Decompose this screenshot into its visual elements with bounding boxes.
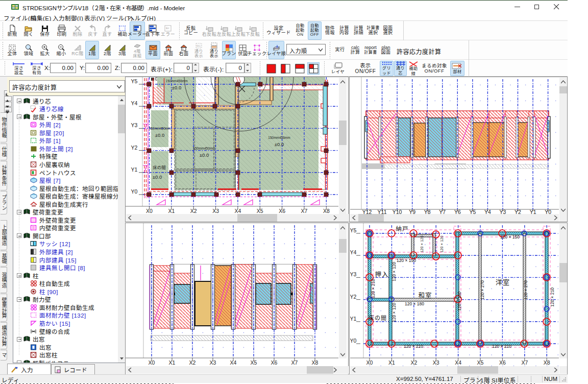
svg-text:RC: RC (197, 44, 201, 47)
svg-text:X3: X3 (212, 208, 219, 214)
svg-text:Y4: Y4 (484, 209, 491, 214)
svg-text:X7: X7 (291, 359, 298, 366)
svg-text:X1: X1 (168, 208, 175, 214)
svg-text:Y0: Y0 (545, 209, 551, 214)
svg-text:X8: X8 (544, 359, 550, 366)
svg-text:120 × 210: 120 × 210 (404, 344, 423, 349)
svg-text:X0: X0 (149, 359, 155, 366)
svg-text:X1: X1 (169, 359, 176, 366)
svg-text:X0: X0 (366, 359, 373, 366)
svg-text:Y3: Y3 (131, 122, 138, 128)
svg-text:Y2: Y2 (131, 145, 138, 151)
svg-text:Y0: Y0 (131, 188, 138, 195)
svg-text:Y3: Y3 (500, 209, 506, 214)
svg-text:Y1: Y1 (530, 209, 536, 214)
svg-text:120 × 120: 120 × 120 (391, 303, 397, 322)
svg-text:Y4: Y4 (350, 249, 357, 255)
svg-text:X6: X6 (499, 359, 506, 366)
svg-text:120 × 180: 120 × 180 (405, 301, 424, 306)
svg-text:X7: X7 (301, 208, 308, 214)
svg-text:120 × 270: 120 × 270 (480, 280, 485, 300)
svg-text:±0.0: ±0.0 (275, 141, 284, 147)
svg-text:120 × 120: 120 × 120 (391, 262, 397, 281)
svg-text:Y6: Y6 (454, 209, 461, 214)
svg-text:Y5: Y5 (131, 78, 138, 84)
svg-text:洋室: 洋室 (496, 278, 510, 286)
svg-text:Y2: Y2 (350, 294, 357, 300)
svg-text:±0.0: ±0.0 (155, 132, 164, 138)
svg-text:Y3: Y3 (350, 271, 357, 277)
svg-text:X2: X2 (190, 208, 197, 214)
svg-text:150mm450mm: 150mm450mm (149, 127, 170, 130)
svg-text:Err: Err (166, 27, 169, 30)
svg-text:X8: X8 (312, 359, 318, 366)
svg-text:Y2: Y2 (514, 209, 521, 214)
svg-text:120 × 270: 120 × 270 (523, 280, 528, 300)
svg-text:Y4: Y4 (131, 100, 138, 106)
svg-text:Y10: Y10 (393, 209, 402, 214)
svg-text:X4: X4 (234, 208, 241, 214)
svg-text:X5: X5 (477, 359, 484, 366)
svg-text:X3: X3 (210, 359, 216, 366)
svg-text:X1: X1 (388, 359, 395, 366)
svg-text:X5: X5 (257, 208, 263, 214)
svg-text:X8: X8 (323, 208, 330, 214)
svg-text:120 × 120: 120 × 120 (420, 235, 424, 253)
svg-text:X6: X6 (279, 208, 285, 214)
svg-text:Y7: Y7 (439, 209, 446, 214)
svg-text:X3: X3 (433, 359, 439, 366)
svg-text:Y1: Y1 (131, 166, 138, 173)
svg-text:±0.0: ±0.0 (153, 174, 162, 180)
svg-text:和室: 和室 (418, 292, 432, 299)
svg-text:押入: 押入 (375, 271, 388, 278)
svg-text:120 × 210: 120 × 210 (492, 344, 511, 349)
svg-text:X7: X7 (521, 359, 528, 366)
svg-text:150mm456mm: 150mm456mm (165, 79, 187, 83)
svg-text:150mm450mm: 150mm450mm (193, 147, 215, 150)
svg-text:Y8: Y8 (424, 209, 431, 214)
svg-text:Y5: Y5 (469, 209, 476, 214)
svg-text:120 × 120: 120 × 120 (439, 235, 444, 253)
svg-text:150mm456mm: 150mm456mm (268, 136, 290, 139)
svg-text:Y5: Y5 (350, 227, 357, 233)
svg-text:120 × 150: 120 × 150 (397, 258, 416, 263)
svg-text:±0.0: ±0.0 (200, 152, 209, 158)
svg-text:X5: X5 (251, 359, 257, 366)
svg-text:X2: X2 (410, 359, 417, 366)
svg-text:Y1: Y1 (350, 316, 357, 322)
svg-text:120 × 180: 120 × 180 (457, 292, 462, 311)
svg-text:120 × 210: 120 × 210 (371, 279, 376, 298)
svg-text:X4: X4 (230, 359, 237, 366)
svg-text:Y0: Y0 (350, 338, 357, 344)
svg-text:X4: X4 (455, 359, 461, 366)
svg-text:納戸: 納戸 (396, 226, 409, 232)
svg-text:X0: X0 (146, 208, 153, 214)
svg-text:X2: X2 (189, 359, 196, 366)
svg-text:±0.0: ±0.0 (172, 85, 181, 90)
svg-text:X6: X6 (271, 359, 278, 366)
svg-text:床の間: 床の間 (369, 315, 387, 321)
svg-text:120 × 210: 120 × 210 (550, 287, 555, 307)
svg-text:Y11: Y11 (378, 209, 387, 214)
svg-text:Y12: Y12 (362, 209, 372, 214)
svg-text:Y9: Y9 (409, 209, 415, 214)
svg-text:床の間: 床の間 (153, 165, 166, 170)
svg-text:120 × 150: 120 × 150 (500, 234, 520, 239)
